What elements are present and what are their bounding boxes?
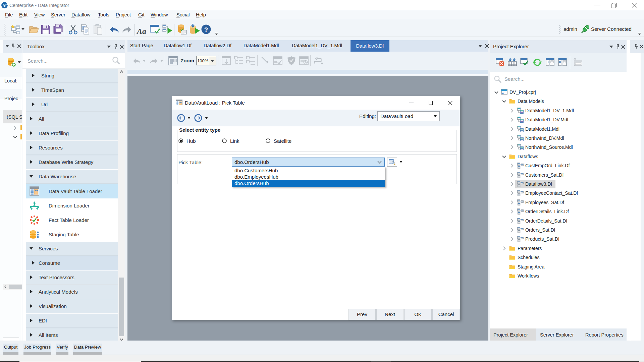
svg-text:?: ? [204,26,208,33]
